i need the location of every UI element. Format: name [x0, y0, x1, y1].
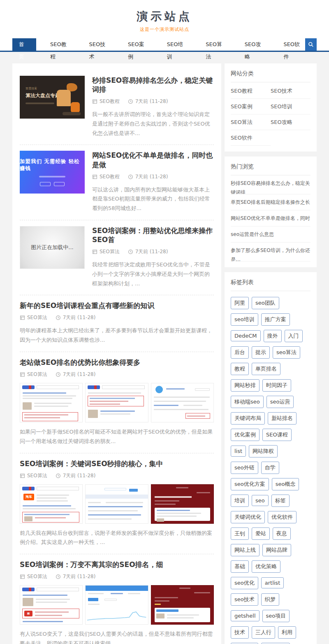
article-excerpt: 我一般不去讲所谓的理论，首先这个理论知识肯定是通过附子老师自己去实战过的，否则这… [92, 110, 214, 138]
tag-link[interactable]: 入门 [285, 330, 303, 342]
nav-item[interactable]: SEO技术 [83, 38, 117, 51]
nav-item[interactable]: SEO算法 [200, 38, 233, 51]
tag-link[interactable]: 夜息 [273, 527, 291, 540]
category-link[interactable]: SEO算法 [231, 114, 271, 130]
clock-icon [56, 574, 61, 579]
tag-link[interactable]: 新站排名 [268, 412, 297, 425]
hot-link[interactable]: 秒排SEO容易掉排名怎么办，稳定关键词排 [231, 175, 310, 194]
tag-link[interactable]: seo团队 [252, 297, 279, 309]
search-button[interactable] [305, 38, 317, 51]
article-title[interactable]: 秒排SEO容易掉排名怎么办，稳定关键词排 [92, 76, 214, 94]
nav-item[interactable]: SEO案例 [122, 38, 155, 51]
tag-link[interactable]: 阿里 [231, 297, 249, 309]
article-thumbnail[interactable]: 图片正在加载中... [20, 226, 85, 269]
tag-link[interactable]: seo项目 [262, 610, 290, 622]
article-title[interactable]: 新年的SEO培训课程会重点有哪些新的知识 [20, 301, 214, 310]
tag-link[interactable]: 三人行 [252, 626, 275, 639]
article-category[interactable]: SEO算法 [27, 472, 47, 479]
tag-link[interactable]: 培训 [231, 495, 249, 507]
tag-link[interactable]: seo [252, 495, 269, 506]
tag-link[interactable]: 单页排名 [252, 363, 280, 375]
tag-link[interactable]: 网站秒排 [231, 379, 259, 392]
article-title[interactable]: 网站SEO优化不单单是做排名，同时也是做 [92, 151, 214, 169]
tag-link[interactable]: list [231, 446, 246, 457]
tag-link[interactable]: 自学 [261, 462, 279, 474]
category-icon [20, 315, 25, 320]
hot-link[interactable]: 参加了那么多SEO培训，为什么你还是… [231, 243, 310, 261]
tag-link[interactable]: seo算法 [273, 346, 300, 359]
article-title[interactable]: 老站做SEO排名的优势比你想象得要多 [20, 358, 214, 367]
article-category[interactable]: SEO算法 [27, 371, 47, 378]
article-excerpt: 可以这么讲，国内所有的大型网站能够做大基本上都是靠SEO初期流量所带来的威力，包… [92, 185, 214, 213]
article-time: 7天前 (11-28) [63, 314, 96, 321]
nav-item[interactable]: SEO教程 [44, 38, 78, 51]
tag-link[interactable]: seo外链 [231, 462, 258, 474]
article-item: SEO培训案例：万变不离其宗的SEO排名，细 SEO算法 7天前 (11-28)… [20, 554, 214, 644]
article-title[interactable]: SEO培训案例：关键词SEO秒排的核心，集中 [20, 459, 214, 468]
tag-link[interactable]: 优化软件 [268, 511, 297, 523]
tag-link[interactable]: seo运营 [266, 396, 294, 408]
article-title[interactable]: SEO培训案例：万变不离其宗的SEO排名，细 [20, 560, 214, 569]
tag-link[interactable]: seo概念 [272, 478, 299, 490]
tag-link[interactable]: seo优化方案 [231, 478, 269, 490]
tag-link[interactable]: 提示 [252, 346, 270, 359]
category-link[interactable]: SEO教程 [231, 83, 271, 99]
category-link[interactable]: SEO案例 [231, 99, 271, 114]
category-link[interactable]: SEO攻略 [271, 114, 310, 130]
nav-item[interactable]: 首页 [12, 38, 36, 51]
category-icon [20, 372, 25, 377]
article-image[interactable]: 淘车 [20, 484, 214, 524]
article-image[interactable]: 精 [20, 585, 214, 625]
tag-link[interactable]: seo培训 [231, 313, 258, 326]
hot-link[interactable]: 单页SEO排名后期稳定排名操作之长 [231, 194, 310, 210]
hot-link[interactable]: 网站SEO优化不单单是做排名，同时 [231, 210, 310, 226]
tag-link[interactable]: 教程 [231, 363, 249, 375]
tag-link[interactable]: 利用 [278, 626, 296, 639]
article-image[interactable] [20, 383, 214, 422]
tag-link[interactable]: DedeCM [231, 330, 261, 341]
serp-screenshot: 淘车 [20, 484, 83, 524]
article-time: 7天前 (11-28) [135, 98, 168, 105]
article-category[interactable]: SEO算法 [27, 314, 47, 321]
article-thumbnail[interactable]: 百度搜索 算法大盘点专题解读 [20, 76, 85, 119]
tag-link[interactable]: seo优化 [231, 577, 258, 589]
article-category[interactable]: SEO教程 [100, 98, 120, 105]
tag-link[interactable]: artlist [261, 577, 284, 588]
category-link[interactable]: SEO培训 [271, 99, 310, 114]
article-time: 7天前 (11-28) [135, 173, 168, 180]
tag-link[interactable]: 搜外 [264, 330, 282, 342]
category-icon [20, 574, 25, 579]
tag-link[interactable]: 时间因子 [262, 379, 291, 392]
nav-item[interactable]: SEO攻略 [239, 38, 272, 51]
article-category[interactable]: SEO算法 [27, 573, 47, 580]
tag-link[interactable]: 移动端seo [231, 396, 264, 408]
tag-link[interactable]: 网站上线 [231, 544, 259, 556]
category-link[interactable]: SEO软件 [231, 130, 271, 146]
tag-link[interactable]: 网站降权 [249, 445, 278, 457]
tag-link[interactable]: 推广方案 [261, 313, 290, 326]
tag-link[interactable]: 关键词布局 [231, 412, 265, 425]
tag-link[interactable]: 技术 [231, 626, 249, 639]
category-link[interactable]: SEO技术 [271, 83, 310, 99]
tag-link[interactable]: 王钊 [231, 527, 249, 540]
tag-link[interactable]: 优化策略 [252, 560, 280, 573]
hot-link[interactable]: seo运营是什么意思 [231, 226, 310, 243]
tag-link[interactable]: 爱站 [252, 527, 270, 540]
nav-item[interactable]: SEO培训 [161, 38, 195, 51]
article-title[interactable]: SEO培训案例：用整站优化思维来操作SEO首 [92, 226, 214, 244]
tag-link[interactable]: seo技术 [231, 593, 258, 606]
article-category[interactable]: SEO算法 [100, 248, 120, 255]
tag-link[interactable]: 标签 [271, 495, 290, 507]
sidebar-categories: 网站分类 SEO教程SEO技术SEO案例SEO培训SEO算法SEO攻略SEO软件 [225, 63, 317, 152]
tag-link[interactable]: SEO课程 [262, 429, 292, 441]
tag-link[interactable]: 后台 [231, 346, 249, 359]
category-icon [92, 99, 97, 104]
article-thumbnail[interactable]: 加盟我们 无需经验 轻松赚钱 [20, 151, 85, 194]
tag-link[interactable]: 优化案例 [231, 429, 259, 441]
tag-link[interactable]: 网站品牌 [262, 544, 291, 556]
article-category[interactable]: SEO教程 [100, 173, 120, 180]
tag-link[interactable]: getshell [231, 610, 259, 621]
tag-link[interactable]: 关键词优化 [231, 511, 265, 523]
tag-link[interactable]: 织梦 [261, 593, 279, 606]
tag-link[interactable]: 基础 [231, 560, 249, 573]
